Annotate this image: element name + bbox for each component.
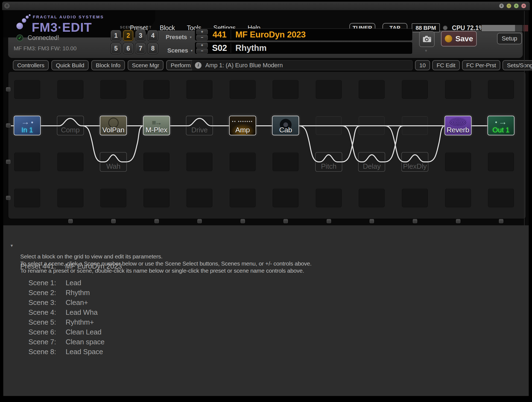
grid-cell[interactable] bbox=[230, 80, 256, 99]
grid-row-handle[interactable] bbox=[6, 196, 10, 200]
scene-decrement-button[interactable]: − bbox=[196, 48, 208, 54]
collapse-arrow-icon[interactable]: ▼ bbox=[10, 243, 14, 248]
grid-row-handle[interactable] bbox=[6, 123, 10, 127]
grid-cell[interactable] bbox=[100, 189, 126, 207]
snapshot-button[interactable] bbox=[419, 31, 435, 47]
grid-row-handle[interactable] bbox=[6, 160, 10, 164]
scene-select-button[interactable]: 2 bbox=[123, 30, 133, 41]
scene-select-button[interactable]: 3 bbox=[136, 30, 145, 41]
block-cab[interactable]: Cab bbox=[272, 116, 299, 135]
footer-scene-name[interactable]: Clean space bbox=[66, 338, 104, 346]
grid-cell[interactable] bbox=[100, 80, 126, 99]
block-reverb[interactable]: Reverb bbox=[445, 116, 472, 135]
grid-cell[interactable] bbox=[273, 153, 299, 171]
grid-cell[interactable] bbox=[359, 80, 385, 99]
grid-cell[interactable] bbox=[186, 189, 212, 207]
grid-cell[interactable] bbox=[144, 80, 169, 99]
window-zoom-icon[interactable]: + bbox=[514, 4, 519, 8]
scene-name[interactable]: Rhythm bbox=[235, 43, 267, 53]
presets-dropdown[interactable]: Presets ▼ bbox=[166, 34, 192, 41]
scenes-dropdown[interactable]: Scenes ▼ bbox=[167, 47, 193, 54]
grid-cell[interactable] bbox=[186, 153, 212, 171]
grid-cell[interactable] bbox=[14, 189, 40, 207]
scene-select-button[interactable]: 6 bbox=[123, 43, 133, 54]
scene-select-button[interactable]: 4 bbox=[148, 30, 158, 41]
grid-column-handle[interactable] bbox=[327, 219, 331, 223]
block-out-1[interactable]: Out 1 bbox=[487, 116, 515, 135]
footer-scene-name[interactable]: Clean+ bbox=[66, 298, 88, 307]
footer-scene-row[interactable]: Scene 4: Lead Wha bbox=[28, 307, 104, 317]
scene-increment-button[interactable]: + bbox=[196, 43, 208, 48]
grid-cell[interactable] bbox=[316, 189, 342, 207]
scene-number[interactable]: S02 bbox=[209, 43, 230, 53]
grid-cell[interactable] bbox=[273, 80, 299, 99]
footer-preset-line[interactable]: Preset 441: MF EuroDyn 2023 bbox=[20, 262, 122, 270]
block-drive[interactable]: Drive bbox=[186, 116, 213, 135]
grid-column-handle[interactable] bbox=[154, 219, 159, 223]
block-pitch[interactable]: Pitch bbox=[315, 152, 342, 172]
footer-scene-row[interactable]: Scene 7: Clean space bbox=[28, 337, 104, 347]
footer-scene-row[interactable]: Scene 5: Ryhthm+ bbox=[28, 317, 104, 327]
grid-cell[interactable] bbox=[316, 80, 342, 99]
grid-cell[interactable] bbox=[144, 153, 169, 171]
grid-cell[interactable] bbox=[402, 189, 428, 207]
grid-column-handle[interactable] bbox=[241, 219, 245, 223]
shunt-cell[interactable] bbox=[402, 116, 428, 135]
grid-row-handle[interactable] bbox=[6, 87, 10, 91]
preset-name[interactable]: MF EuroDyn 2023 bbox=[235, 30, 306, 40]
scene-select-button[interactable]: 5 bbox=[111, 43, 121, 54]
window-close-icon[interactable]: × bbox=[521, 4, 526, 8]
footer-scene-row[interactable]: Scene 1: Lead bbox=[28, 278, 104, 288]
footer-scene-row[interactable]: Scene 8: Lead Space bbox=[28, 347, 104, 357]
grid-cell[interactable] bbox=[57, 80, 83, 99]
grid-cell[interactable] bbox=[402, 80, 428, 99]
grid-column-handle[interactable] bbox=[197, 219, 202, 223]
grid-column-handle[interactable] bbox=[283, 219, 288, 223]
grid-cell[interactable] bbox=[445, 189, 471, 207]
grid-column-handle[interactable] bbox=[111, 219, 116, 223]
grid-cell[interactable] bbox=[186, 80, 212, 99]
grid-cell[interactable] bbox=[57, 189, 83, 207]
grid-cell[interactable] bbox=[488, 153, 514, 171]
preset-decrement-button[interactable]: − bbox=[196, 35, 208, 40]
preset-display[interactable]: + − 441 MF EuroDyn 2023 bbox=[195, 28, 413, 41]
footer-scene-name[interactable]: Lead Space bbox=[66, 348, 103, 356]
grid-cell[interactable] bbox=[144, 189, 169, 207]
grid-cell[interactable] bbox=[14, 80, 40, 99]
window-minimize-icon[interactable]: − bbox=[507, 4, 511, 8]
preset-number[interactable]: 441 bbox=[209, 30, 230, 40]
grid-cell[interactable] bbox=[230, 189, 256, 207]
block-amp[interactable]: Amp bbox=[229, 116, 256, 135]
shunt-cell[interactable] bbox=[316, 116, 342, 135]
scene-select-button[interactable]: 1 bbox=[111, 30, 121, 41]
grid-column-handle[interactable] bbox=[370, 219, 374, 223]
scene-display[interactable]: + − S02 Rhythm bbox=[195, 42, 413, 54]
grid-cell[interactable] bbox=[445, 80, 471, 99]
grid-cell[interactable] bbox=[359, 189, 385, 207]
setup-button[interactable]: Setup bbox=[497, 33, 522, 44]
scene-select-button[interactable]: 8 bbox=[148, 43, 158, 54]
window-restore-icon[interactable]: ‖ bbox=[499, 4, 504, 8]
grid-column-handle[interactable] bbox=[499, 219, 503, 223]
block-plexdly[interactable]: PlexDly bbox=[401, 152, 428, 172]
snapshot-more-icon[interactable]: ▼ bbox=[424, 49, 428, 53]
block-m-plex[interactable]: M-Plex bbox=[143, 116, 170, 135]
grid-column-handle[interactable] bbox=[456, 219, 460, 223]
footer-preset-name[interactable]: MF EuroDyn 2023 bbox=[65, 262, 122, 270]
footer-scene-name[interactable]: Clean Lead bbox=[66, 328, 101, 336]
grid-column-handle[interactable] bbox=[413, 219, 417, 223]
shunt-cell[interactable] bbox=[359, 116, 385, 135]
scene-select-button[interactable]: 7 bbox=[136, 43, 145, 54]
footer-scene-row[interactable]: Scene 2: Rhythm bbox=[28, 288, 104, 298]
grid-cell[interactable] bbox=[57, 153, 83, 171]
grid-cell[interactable] bbox=[445, 153, 471, 171]
grid-column-handle[interactable] bbox=[68, 219, 73, 223]
block-delay[interactable]: Delay bbox=[358, 152, 385, 172]
grid-cell[interactable] bbox=[230, 153, 256, 171]
footer-scene-name[interactable]: Lead Wha bbox=[66, 308, 98, 317]
preset-increment-button[interactable]: + bbox=[196, 29, 208, 34]
grid-cell[interactable] bbox=[488, 80, 514, 99]
footer-scene-name[interactable]: Ryhthm+ bbox=[66, 318, 94, 327]
footer-scene-row[interactable]: Scene 3: Clean+ bbox=[28, 298, 104, 307]
grid-cell[interactable] bbox=[488, 189, 514, 207]
